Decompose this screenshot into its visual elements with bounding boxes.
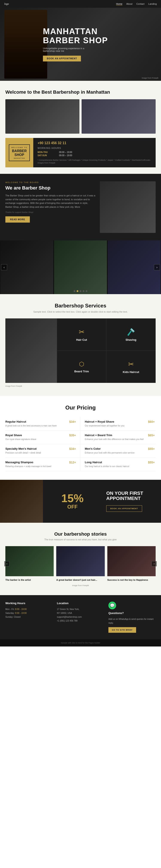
footer-email[interactable]: support@barbershop.com: [57, 615, 104, 619]
footer-address-1: 17 Green St, New York,: [57, 608, 104, 611]
footer-questions-desc: Add us on WhatsApp & send queries for in…: [108, 617, 156, 625]
badge-main: BARBER SHOP: [11, 149, 27, 157]
pricing-name-3: Royal Shave: [5, 434, 22, 437]
pricing-item-5: Specialty Men's Haircut $34+ Precision c…: [5, 444, 80, 458]
footer-hours-sun: Sunday: Closed: [5, 615, 53, 619]
footer-phone[interactable]: +1 (091) 123 456 789: [57, 619, 104, 623]
nav-contact[interactable]: Contact: [136, 3, 144, 5]
carousel-dot-2[interactable]: [77, 290, 78, 292]
stories-title: Our barbershop stories: [5, 531, 156, 537]
welcome-photo-2: [82, 99, 156, 134]
pricing-price-2: $60+: [148, 420, 155, 424]
services-layout: ✂ Hair Cut 🪒 Shaving ⬡ Beard Trim ✂ Kids…: [5, 318, 156, 383]
carousel-dot-4[interactable]: [83, 290, 84, 292]
story-photo-1: [5, 546, 54, 576]
badge-top: WELCOME TO: [11, 147, 27, 149]
hours-note: * Comprehensive Barber Services * Gift P…: [38, 159, 151, 164]
hours-title: Working Hours: [38, 147, 151, 149]
hero-credit: Image from Freepik: [142, 77, 158, 79]
nav-landing[interactable]: Landing: [148, 3, 157, 5]
footer-hours-col: Working Hours Mon - Fri: 8:00 - 19:00 Sa…: [5, 601, 53, 633]
pricing-item-1: Regular Haircut $34+ A great look cut is…: [5, 417, 80, 431]
carousel-dot-1[interactable]: [74, 290, 75, 292]
story-card-3: Success is not the key to Happiness: [107, 546, 156, 581]
footer-contact-button[interactable]: GO TO SITE BRIEF: [108, 627, 136, 633]
pricing-desc-2: Our experienced team all together for yo…: [85, 424, 155, 427]
carousel-section: ‹ ›: [0, 241, 161, 294]
carousel-prev-button[interactable]: ‹: [1, 264, 7, 270]
stories-carousel: The barber is the artist A great barber …: [5, 546, 156, 581]
service-name-haircut: Hair Cut: [76, 338, 87, 341]
footer-hours-mon: Mon - Fri: 8:00 - 19:00: [5, 608, 53, 611]
promo-cta-button[interactable]: BOOK AN APPOINTMENT: [106, 505, 142, 512]
hours-time-2: 09:00 – 19:00: [59, 154, 72, 157]
footer-questions-title: Questions?: [108, 612, 156, 615]
nav-about[interactable]: About: [126, 3, 132, 5]
pricing-grid: Regular Haircut $34+ A great look cut is…: [5, 417, 156, 471]
service-beard-trim[interactable]: ⬡ Beard Trim: [57, 351, 106, 383]
razor-icon: 🪒: [127, 328, 135, 336]
footer-address-2: NY 10002, USA: [57, 611, 104, 615]
services-title: Barbershop Services: [5, 303, 156, 309]
promo-right: ON YOUR FIRST APPOINTMENT BOOK AN APPOIN…: [102, 480, 161, 523]
stories-next-button[interactable]: ›: [152, 561, 157, 566]
service-haircut[interactable]: ✂ Hair Cut: [57, 318, 106, 351]
pricing-desc-1: A great look cut is the best accessory a…: [5, 424, 76, 427]
welcome-photos: [5, 99, 156, 134]
pricing-desc-7: Relaxing shampoo + scalp massage in hot …: [5, 465, 76, 468]
about-text: WELCOME TO THE BOARD We are Barber Shop …: [5, 181, 96, 222]
services-credit: Image from Freepik: [5, 385, 156, 387]
carousel-dots: [74, 290, 87, 292]
navbar: logo Home About Contact Landing: [0, 0, 161, 8]
service-kids-haircut[interactable]: ✂ Kids Haircut: [106, 351, 156, 383]
nav-logo: logo: [4, 2, 9, 6]
pricing-price-1: $34+: [69, 420, 76, 424]
about-label: WELCOME TO THE BOARD: [5, 181, 96, 184]
pricing-item-4: Haircut + Beard Trim $65+ Enhance your l…: [80, 431, 156, 444]
pricing-desc-6: Enhance your look with this permanent co…: [85, 452, 155, 455]
carousel-next-button[interactable]: ›: [154, 264, 160, 270]
carousel-dot-5[interactable]: [86, 290, 87, 292]
carousel-dot-3[interactable]: [79, 290, 82, 292]
promo-discount: 15% OFF: [43, 480, 102, 523]
pricing-item-7: Massaging Shampoo $12+ Relaxing shampoo …: [5, 458, 80, 471]
hero-content: MANHATTAN BARBER SHOP Unforgettable groo…: [43, 27, 108, 62]
pricing-name-4: Haircut + Beard Trim: [85, 434, 112, 437]
footer-location-title: Location: [57, 601, 104, 605]
beard-icon: ⬡: [79, 361, 84, 368]
nav-home[interactable]: Home: [116, 3, 122, 5]
story-caption-3: Success is not the key to Happiness: [107, 578, 156, 581]
carousel-inner: [0, 241, 161, 294]
pricing-item-6: Men's Color $55+ Enhance your look with …: [80, 444, 156, 458]
story-photo-2: [56, 546, 104, 576]
pricing-name-6: Men's Color: [85, 447, 101, 450]
promo-off: OFF: [67, 504, 78, 510]
about-photo: [100, 181, 156, 233]
story-card-2: A great barber doesn't just cut hair...: [56, 546, 104, 581]
service-shaving[interactable]: 🪒 Shaving: [106, 318, 156, 351]
footer-location-col: Location 17 Green St, New York, NY 10002…: [57, 601, 104, 633]
hours-row-1: MON-THU 09:00 – 19:00: [38, 151, 151, 153]
pricing-price-7: $12+: [69, 461, 76, 464]
footer: Working Hours Mon - Fri: 8:00 - 19:00 Sa…: [0, 595, 161, 639]
pricing-item-2: Haircut + Royal Shave $60+ Our experienc…: [80, 417, 156, 431]
footer-hours-title: Working Hours: [5, 601, 53, 605]
pricing-name-7: Massaging Shampoo: [5, 461, 33, 464]
pricing-price-3: $35+: [69, 434, 76, 437]
stories-prev-button[interactable]: ‹: [4, 561, 9, 566]
hero-cta-button[interactable]: BOOK AN APPOINTMENT: [43, 56, 81, 61]
pricing-item-8: Long Haircut $55+ Our long haircut is si…: [80, 458, 156, 471]
welcome-photo-1: [5, 99, 79, 134]
story-caption-2: A great barber doesn't just cut hair...: [56, 578, 104, 581]
services-main-photo: [5, 318, 57, 383]
service-name-kids: Kids Haircut: [123, 370, 139, 374]
kids-scissors-icon: ✂: [128, 360, 134, 368]
whatsapp-icon: 💬: [108, 601, 116, 609]
hours-time-1: 09:00 – 19:00: [59, 151, 72, 153]
about-title: We are Barber Shop: [5, 185, 96, 191]
stories-credit: Image from Freepik: [5, 584, 156, 587]
promo-section: 15% OFF ON YOUR FIRST APPOINTMENT BOOK A…: [0, 480, 161, 523]
hero-person-image: [4, 10, 47, 79]
read-more-button[interactable]: READ MORE: [5, 216, 30, 223]
nav-links: Home About Contact Landing: [116, 3, 157, 5]
